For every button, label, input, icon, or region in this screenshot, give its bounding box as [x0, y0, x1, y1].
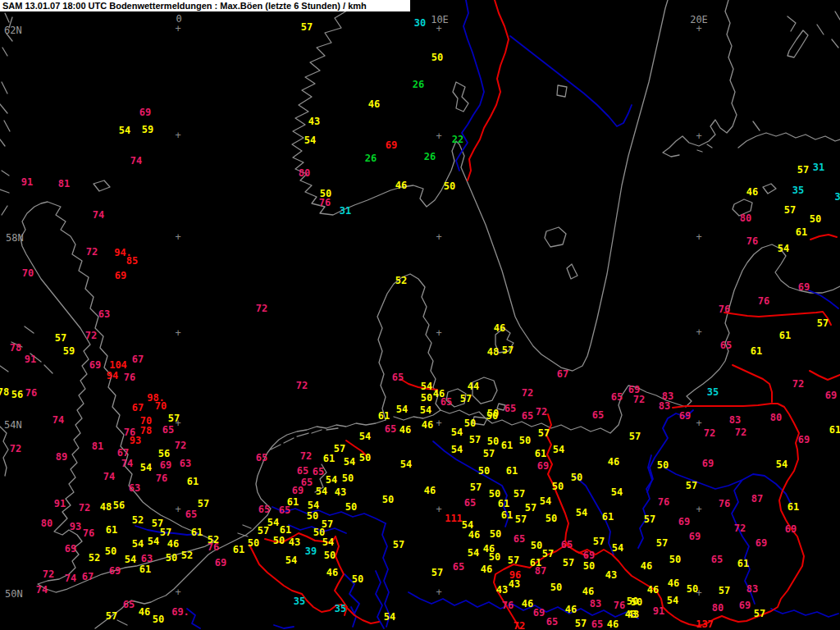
- station-value: 91: [25, 354, 36, 365]
- station-value: 74: [93, 209, 104, 221]
- station-value: 67: [132, 402, 144, 413]
- station-value: 57: [55, 332, 66, 344]
- station-value: 81: [92, 441, 103, 452]
- grid-cross: +: [175, 231, 180, 243]
- station-value: 50: [687, 583, 698, 595]
- grid-cross: +: [696, 326, 701, 338]
- latitude-label: 62N: [4, 25, 22, 36]
- station-value: 78: [10, 342, 21, 354]
- latitude-label: 58N: [6, 232, 24, 244]
- station-value: 57: [784, 204, 796, 216]
- station-value: 80: [740, 212, 751, 224]
- station-value: 67: [557, 368, 568, 380]
- station-value: 46: [395, 180, 407, 191]
- station-value: 72: [10, 443, 21, 454]
- station-value: 70: [22, 267, 34, 279]
- station-value: 65: [711, 554, 723, 565]
- station-value: 72: [43, 568, 54, 580]
- station-value: 46: [326, 567, 338, 578]
- station-value: 57: [160, 527, 171, 538]
- station-value: 43: [289, 536, 300, 548]
- grid-cross: +: [175, 130, 180, 141]
- station-value: 65: [592, 409, 604, 421]
- station-value: 65: [256, 452, 267, 463]
- station-value: 72: [175, 440, 186, 451]
- station-value: 46: [494, 322, 505, 334]
- station-value: 63: [98, 308, 110, 320]
- station-value: 50: [307, 510, 318, 522]
- station-value: 93: [70, 521, 81, 532]
- station-value: 46: [582, 586, 594, 597]
- station-value: 57: [656, 537, 668, 549]
- station-value: 72: [704, 427, 715, 439]
- station-value: 65: [313, 466, 324, 477]
- station-value: 72: [735, 427, 746, 438]
- station-value: 56: [113, 500, 125, 511]
- station-value: 59: [63, 345, 75, 357]
- station-value: 69: [89, 359, 101, 371]
- station-value: 69: [756, 537, 767, 549]
- station-value: 50: [273, 535, 285, 546]
- station-value: 83: [729, 414, 741, 426]
- station-value: 57: [198, 498, 209, 509]
- station-value: 54: [148, 536, 159, 547]
- station-value: 65: [453, 561, 464, 573]
- station-value: 65: [123, 599, 135, 610]
- station-value: 61: [829, 424, 840, 436]
- station-value: 57: [515, 514, 527, 525]
- station-value: 65: [162, 424, 174, 436]
- station-value: 72: [79, 502, 90, 514]
- grid-cross: +: [696, 504, 701, 515]
- station-value: 50: [657, 459, 669, 471]
- station-value: 50: [345, 501, 357, 513]
- station-value: 57: [431, 567, 443, 578]
- station-value: 78: [140, 425, 152, 436]
- station-value: 104: [109, 359, 127, 371]
- station-value: 54: [611, 486, 623, 498]
- station-value: 74: [121, 458, 133, 469]
- title-text: SAM 13.01.07 18:00 UTC Bodenwettermeldun…: [2, 1, 367, 11]
- station-value: 57: [258, 525, 269, 536]
- station-value: 50: [669, 554, 681, 565]
- station-value: 89: [56, 451, 67, 463]
- station-value: 69: [109, 565, 121, 577]
- longitude-label: 0: [176, 13, 181, 25]
- grid-cross: +: [436, 130, 441, 142]
- grid-cross: +: [436, 231, 441, 243]
- station-value: 50: [324, 550, 336, 561]
- station-value: 39: [305, 546, 317, 557]
- station-value: 50: [105, 546, 116, 557]
- station-value: 52: [395, 275, 407, 286]
- station-value: 50: [359, 452, 371, 463]
- station-value: 76: [758, 295, 769, 307]
- station-value: 65: [441, 396, 452, 408]
- station-value: 72: [85, 330, 97, 341]
- station-value: 74: [103, 471, 115, 482]
- station-value: 50: [552, 481, 564, 492]
- station-value: 50: [631, 596, 642, 608]
- station-value: 50: [546, 513, 557, 524]
- station-value: 91: [653, 605, 664, 617]
- station-value: 69.: [171, 606, 189, 618]
- station-value: 65: [546, 616, 558, 628]
- station-value: 74: [52, 414, 64, 426]
- station-value: 65: [297, 465, 308, 477]
- station-value: 76: [208, 541, 219, 553]
- station-value: 69: [115, 270, 126, 281]
- station-value: 76: [25, 387, 37, 399]
- station-value: 76: [124, 372, 135, 383]
- station-value: 50: [478, 465, 490, 477]
- station-value: 72: [514, 620, 525, 630]
- station-value: 83: [659, 400, 670, 412]
- station-value: 80: [712, 602, 724, 614]
- station-value: 80: [299, 167, 310, 179]
- station-value: 54: [451, 427, 463, 438]
- station-value: 57: [334, 443, 345, 454]
- station-value: 43: [496, 584, 508, 596]
- station-value: 35: [707, 386, 719, 398]
- station-value: 61: [233, 544, 244, 555]
- station-value: 65: [611, 391, 623, 403]
- station-value: 54: [384, 611, 395, 623]
- station-value: 61: [602, 511, 614, 523]
- grid-cross: +: [175, 23, 180, 34]
